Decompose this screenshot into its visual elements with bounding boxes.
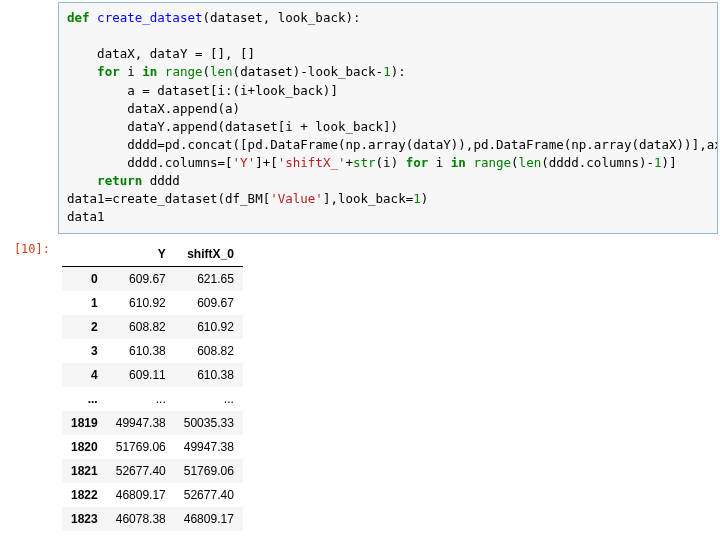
row-index: 1819	[62, 411, 107, 435]
cell-y: 610.92	[107, 291, 175, 315]
cell-y: 46809.17	[107, 483, 175, 507]
code-text: -	[376, 64, 384, 79]
table-header-row: Y shiftX_0	[62, 242, 243, 267]
code-text: data1	[67, 209, 105, 224]
code-text: dddd=pd.concat([pd.DataFrame(np.array(da…	[67, 137, 718, 152]
table-row: 4609.11610.38	[62, 363, 243, 387]
str: 'Y'	[233, 155, 256, 170]
cell-shiftx: 50035.33	[175, 411, 243, 435]
str: 'Value'	[270, 191, 323, 206]
cell-y: 610.38	[107, 339, 175, 363]
cell-y: 46078.38	[107, 507, 175, 531]
code-text: dataX.append(a)	[67, 101, 240, 116]
input-prompt	[0, 0, 58, 236]
cell-y: 609.11	[107, 363, 175, 387]
kw-in: in	[451, 155, 466, 170]
code-text: i	[120, 64, 143, 79]
table-body: 0609.67621.65 1610.92609.67 2608.82610.9…	[62, 266, 243, 531]
output-prompt: [10]:	[0, 236, 58, 539]
cell-shiftx: 608.82	[175, 339, 243, 363]
output-cell: [10]: Y shiftX_0 0609.67621.65 1610.9260…	[0, 236, 720, 539]
code-text: dddd.columns=[	[67, 155, 233, 170]
num: 1	[413, 191, 421, 206]
notebook: def create_dataset(dataset, look_back): …	[0, 0, 720, 538]
code-text: dddd	[142, 173, 180, 188]
cell-y: 51769.06	[107, 435, 175, 459]
cell-shiftx: 610.92	[175, 315, 243, 339]
table-row: 2608.82610.92	[62, 315, 243, 339]
fn-name: create_dataset	[97, 10, 202, 25]
bi-range: range	[165, 64, 203, 79]
row-index: 1823	[62, 507, 107, 531]
cell-shiftx: 51769.06	[175, 459, 243, 483]
cell-y: 609.67	[107, 266, 175, 291]
code-text: )	[421, 191, 429, 206]
bi-str: str	[353, 155, 376, 170]
row-index: 4	[62, 363, 107, 387]
kw-return: return	[97, 173, 142, 188]
header-col: shiftX_0	[175, 242, 243, 267]
table-row: 1610.92609.67	[62, 291, 243, 315]
code-text	[157, 64, 165, 79]
cell-shiftx: 46809.17	[175, 507, 243, 531]
table-row: 182346078.3846809.17	[62, 507, 243, 531]
code-text: (i)	[376, 155, 406, 170]
num: 1	[383, 64, 391, 79]
code-text: dataY.append(dataset[i + look_back])	[67, 119, 398, 134]
header-col: Y	[107, 242, 175, 267]
table-row: 182152677.4051769.06	[62, 459, 243, 483]
table-row: 182246809.1752677.40	[62, 483, 243, 507]
output-area: Y shiftX_0 0609.67621.65 1610.92609.67 2…	[58, 236, 720, 539]
cell-shiftx: 621.65	[175, 266, 243, 291]
cell-shiftx: 49947.38	[175, 435, 243, 459]
code-text	[67, 64, 97, 79]
bi-range: range	[473, 155, 511, 170]
num: 1	[654, 155, 662, 170]
cell-shiftx: 609.67	[175, 291, 243, 315]
row-index: 1820	[62, 435, 107, 459]
code-text: (	[511, 155, 519, 170]
code-text: ):	[391, 64, 406, 79]
cell-y: 52677.40	[107, 459, 175, 483]
code-cell: def create_dataset(dataset, look_back): …	[0, 0, 720, 236]
table-row: 182051769.0649947.38	[62, 435, 243, 459]
row-index: ...	[62, 387, 107, 411]
code-text: ],look_back=	[323, 191, 413, 206]
bi-len: len	[210, 64, 233, 79]
code-text: data1=create_dataset(df_BM[	[67, 191, 270, 206]
code-text: i	[428, 155, 451, 170]
cell-y: 49947.38	[107, 411, 175, 435]
table-row: 0609.67621.65	[62, 266, 243, 291]
table-row: 3610.38608.82	[62, 339, 243, 363]
code-text: (dataset, look_back):	[202, 10, 360, 25]
table-row: 181949947.3850035.33	[62, 411, 243, 435]
row-index: 1821	[62, 459, 107, 483]
kw-for: for	[406, 155, 429, 170]
code-text: (dataset)-look_back	[233, 64, 376, 79]
kw-for: for	[97, 64, 120, 79]
table-row-ellipsis: .........	[62, 387, 243, 411]
code-text: a = dataset[i:(i+look_back)]	[67, 83, 338, 98]
code-editor[interactable]: def create_dataset(dataset, look_back): …	[58, 2, 718, 234]
dataframe-table: Y shiftX_0 0609.67621.65 1610.92609.67 2…	[62, 242, 243, 531]
row-index: 3	[62, 339, 107, 363]
row-index: 2	[62, 315, 107, 339]
kw-in: in	[142, 64, 157, 79]
cell-y: ...	[107, 387, 175, 411]
code-text: )]	[662, 155, 677, 170]
row-index: 1	[62, 291, 107, 315]
row-index: 1822	[62, 483, 107, 507]
row-index: 0	[62, 266, 107, 291]
code-text	[67, 173, 97, 188]
code-text: (	[203, 64, 211, 79]
cell-y: 608.82	[107, 315, 175, 339]
code-text: dataX, dataY = [], []	[67, 46, 255, 61]
cell-shiftx: ...	[175, 387, 243, 411]
cell-shiftx: 610.38	[175, 363, 243, 387]
header-index	[62, 242, 107, 267]
kw-def: def	[67, 10, 90, 25]
code-text: +	[345, 155, 353, 170]
code-text: (dddd.columns)-	[541, 155, 654, 170]
bi-len: len	[519, 155, 542, 170]
cell-shiftx: 52677.40	[175, 483, 243, 507]
